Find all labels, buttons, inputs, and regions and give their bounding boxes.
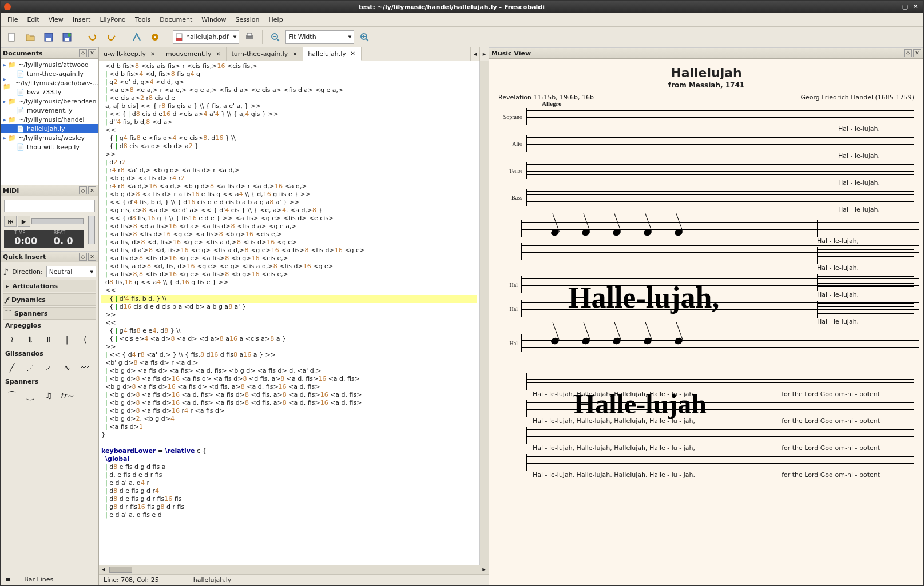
file-icon: 📄 bbox=[17, 143, 25, 151]
documents-tree[interactable]: ▸ 📁~/ly/lilymusic/attwood📄turn-thee-agai… bbox=[1, 59, 98, 185]
direction-combo[interactable]: Neutral▾ bbox=[46, 266, 96, 277]
tab-1[interactable]: mouvement.ly✕ bbox=[161, 47, 227, 61]
maximize-button[interactable]: ▢ bbox=[901, 3, 910, 11]
midi-volume-slider[interactable] bbox=[88, 216, 95, 244]
tab-2[interactable]: turn-thee-again.ly✕ bbox=[227, 47, 303, 61]
undo-button[interactable] bbox=[85, 29, 101, 45]
zoom-out-button[interactable] bbox=[267, 29, 283, 45]
gliss-icon-5[interactable]: 〰 bbox=[80, 362, 91, 373]
tab-3[interactable]: hallelujah.ly✕ bbox=[303, 47, 361, 61]
svg-rect-2 bbox=[46, 38, 51, 41]
barlines-label[interactable]: Bar Lines bbox=[24, 576, 53, 583]
folder-icon: ▸ 📁 bbox=[3, 61, 16, 69]
tree-file[interactable]: 📄turn-thee-again.ly bbox=[1, 69, 98, 78]
close-icon[interactable]: ✕ bbox=[149, 51, 156, 58]
tree-folder[interactable]: ▸ 📁~/ly/lilymusic/wesley bbox=[1, 133, 98, 142]
midi-play-button[interactable]: ▶ bbox=[18, 216, 30, 227]
menu-view[interactable]: View bbox=[44, 14, 68, 25]
spanner-icon-4[interactable]: tr~ bbox=[61, 390, 73, 401]
tree-folder[interactable]: ▸ 📁~/ly/lilymusic/berendsen bbox=[1, 97, 98, 106]
zoom-in-button[interactable] bbox=[356, 29, 372, 45]
midi-output-combo[interactable] bbox=[4, 200, 95, 212]
menu-insert[interactable]: Insert bbox=[68, 14, 96, 25]
svg-rect-4 bbox=[65, 38, 69, 41]
arpeggio-icon-5[interactable]: ( bbox=[80, 334, 91, 345]
panel-float-button[interactable]: ◇ bbox=[904, 49, 912, 57]
midi-prev-button[interactable]: ⏮ bbox=[4, 216, 17, 227]
toolbar: hallelujah.pdf ▾ Fit Width ▾ bbox=[1, 27, 923, 47]
svg-rect-11 bbox=[247, 33, 252, 36]
panel-float-button[interactable]: ◇ bbox=[79, 49, 87, 57]
close-icon[interactable]: ✕ bbox=[350, 50, 356, 57]
menu-tools[interactable]: Tools bbox=[130, 14, 155, 25]
menu-file[interactable]: File bbox=[3, 14, 22, 25]
menu-lilypond[interactable]: LilyPond bbox=[95, 14, 130, 25]
close-icon[interactable]: ✕ bbox=[291, 51, 298, 58]
gliss-icon-1[interactable]: ╱ bbox=[6, 362, 18, 373]
tree-folder[interactable]: ▸ 📁~/ly/lilymusic/attwood bbox=[1, 60, 98, 69]
midi-panel-body: ⏮ ▶ TIME0:00 BEAT0. 0 bbox=[1, 196, 98, 251]
panel-float-button[interactable]: ◇ bbox=[79, 253, 87, 261]
compile-button[interactable] bbox=[129, 29, 145, 45]
menu-document[interactable]: Document bbox=[155, 14, 197, 25]
new-file-button[interactable] bbox=[4, 29, 20, 45]
menu-window[interactable]: Window bbox=[197, 14, 231, 25]
arpeggio-icon-1[interactable]: ≀ bbox=[6, 334, 18, 345]
qi-cat-spanners[interactable]: ⁀Spanners bbox=[3, 307, 96, 320]
tree-file[interactable]: 📄hallelujah.ly bbox=[1, 124, 98, 133]
panel-close-button[interactable]: ✕ bbox=[88, 253, 96, 261]
spanner-icon-3[interactable]: ♫ bbox=[43, 390, 54, 401]
save-button[interactable] bbox=[41, 29, 57, 45]
tree-file[interactable]: 📄mouvement.ly bbox=[1, 106, 98, 115]
arpeggio-icon-2[interactable]: ⥮ bbox=[25, 334, 36, 345]
svg-line-16 bbox=[366, 39, 368, 41]
engrave-button[interactable] bbox=[147, 29, 163, 45]
panel-close-button[interactable]: ✕ bbox=[913, 49, 921, 57]
qi-cat-articulations[interactable]: ▸Articulations bbox=[3, 280, 96, 292]
arpeggio-icon-4[interactable]: | bbox=[61, 334, 73, 345]
tab-0[interactable]: u-wilt-keep.ly✕ bbox=[99, 47, 161, 61]
svg-point-7 bbox=[154, 36, 156, 38]
spanner-icon-1[interactable]: ⁀ bbox=[6, 390, 18, 401]
tree-file[interactable]: 📄bwv-733.ly bbox=[1, 87, 98, 97]
panel-float-button[interactable]: ◇ bbox=[79, 186, 87, 194]
minimize-button[interactable]: – bbox=[890, 3, 899, 11]
menu-edit[interactable]: Edit bbox=[22, 14, 43, 25]
zoom-combo[interactable]: Fit Width ▾ bbox=[285, 30, 354, 44]
gliss-icon-4[interactable]: ∿ bbox=[61, 362, 73, 373]
pdf-select-combo[interactable]: hallelujah.pdf ▾ bbox=[173, 30, 239, 44]
tab-scroll-right[interactable]: ▸ bbox=[479, 47, 489, 61]
titlebar: test: ~/ly/lilymusic/handel/hallelujah.l… bbox=[1, 1, 923, 13]
tree-file[interactable]: 📄thou-wilt-keep.ly bbox=[1, 142, 98, 152]
open-file-button[interactable] bbox=[22, 29, 38, 45]
qi-cat-dynamics[interactable]: 𝆑Dynamics bbox=[3, 293, 96, 306]
menu-session[interactable]: Session bbox=[231, 14, 264, 25]
statusbar: Line: 708, Col: 25 hallelujah.ly bbox=[99, 574, 489, 585]
gliss-icon-3[interactable]: ⟋ bbox=[43, 362, 54, 373]
tree-folder[interactable]: ▸ 📁~/ly/lilymusic/handel bbox=[1, 115, 98, 124]
tree-folder[interactable]: ▸ 📁~/ly/lilymusic/bach/bwv-... bbox=[1, 78, 98, 87]
tab-scroll-left[interactable]: ◂ bbox=[470, 47, 479, 61]
spanner-icon-2[interactable]: ‿ bbox=[25, 390, 36, 401]
panel-close-button[interactable]: ✕ bbox=[88, 49, 96, 57]
midi-display: TIME0:00 BEAT0. 0 bbox=[4, 230, 84, 248]
chevron-down-icon: ▾ bbox=[348, 33, 352, 41]
close-window-button[interactable]: ✕ bbox=[911, 3, 920, 11]
menu-help[interactable]: Help bbox=[264, 14, 288, 25]
barlines-icon: ≡ bbox=[5, 576, 10, 583]
note-icon: ♪ bbox=[3, 266, 9, 277]
arpeggio-icon-3[interactable]: ⥯ bbox=[43, 334, 54, 345]
editor-vscrollbar[interactable] bbox=[479, 61, 489, 565]
panel-close-button[interactable]: ✕ bbox=[88, 186, 96, 194]
midi-position-slider[interactable] bbox=[31, 218, 84, 224]
music-view[interactable]: Hallelujah from Messiah, 1741 Revelation… bbox=[489, 59, 923, 585]
close-icon[interactable]: ✕ bbox=[215, 51, 221, 58]
editor-hscrollbar[interactable]: ◂▸ bbox=[99, 565, 489, 574]
direction-label: Direction: bbox=[12, 268, 42, 276]
redo-button[interactable] bbox=[103, 29, 119, 45]
svg-rect-9 bbox=[176, 38, 182, 41]
gliss-icon-2[interactable]: ⋰ bbox=[25, 362, 36, 373]
print-button[interactable] bbox=[241, 29, 257, 45]
code-editor[interactable]: <d b fis>8 <cis ais fis> r <cis fis,>16 … bbox=[99, 61, 479, 565]
save-as-button[interactable] bbox=[59, 29, 75, 45]
